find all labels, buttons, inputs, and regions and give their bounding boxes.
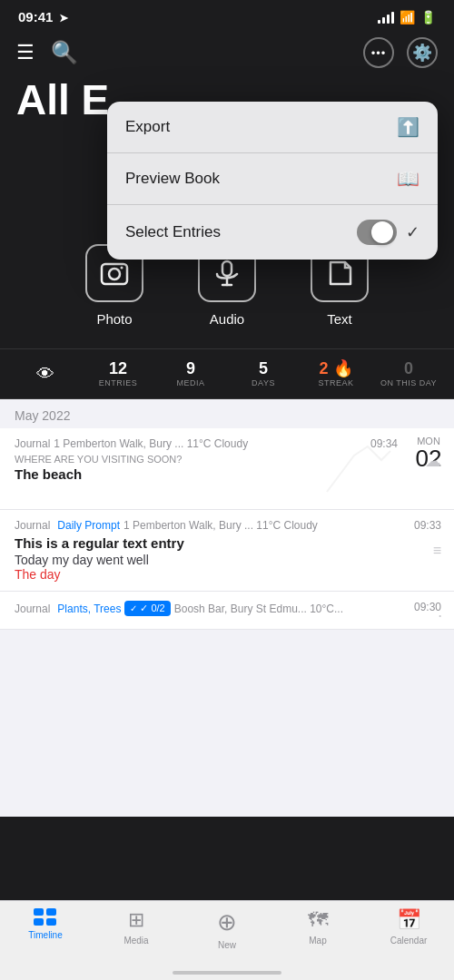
stat-view[interactable]: 👁 bbox=[9, 364, 82, 385]
stat-media: 9 MEDIA bbox=[154, 360, 227, 387]
tab-calendar[interactable]: 📅 Calendar bbox=[363, 908, 454, 946]
preview-book-label: Preview Book bbox=[125, 170, 220, 188]
toggle-knob bbox=[371, 221, 393, 243]
wifi-icon: 📶 bbox=[400, 10, 415, 24]
stat-onthisday: 0 ON THIS DAY bbox=[372, 360, 445, 387]
streak-value: 2 🔥 bbox=[319, 360, 352, 377]
entry-journal-label-2: Journal bbox=[15, 519, 50, 532]
month-header: May 2022 bbox=[0, 399, 454, 428]
tab-map-label: Map bbox=[309, 936, 326, 946]
entry-time-1: 09:34 bbox=[370, 437, 398, 450]
entry-title-1: The beach bbox=[15, 466, 390, 482]
svg-point-2 bbox=[121, 267, 123, 270]
entry-cloud-icon-1: ☁ bbox=[425, 451, 441, 471]
book-icon: 📖 bbox=[397, 168, 419, 190]
days-value: 5 bbox=[259, 360, 268, 377]
stat-streak: 2 🔥 STREAK bbox=[300, 360, 372, 387]
entry-location-3: Boosh Bar, Bury St Edmu... 10°C... bbox=[174, 603, 343, 615]
media-icon: ⊞ bbox=[128, 908, 144, 932]
tab-map[interactable]: 🗺 Map bbox=[272, 908, 363, 946]
check-icon: ✓ bbox=[130, 603, 137, 613]
select-entries-label: Select Entries bbox=[125, 223, 221, 241]
status-icons: 📶 🔋 bbox=[378, 10, 436, 24]
entry-lines-icon-2: ≡ bbox=[433, 543, 441, 559]
entry-location-1: 1 Pemberton Walk, Bury ... 11°C Cloudy bbox=[54, 437, 248, 450]
status-time: 09:41 ➤ bbox=[18, 9, 68, 24]
timeline-icon bbox=[34, 908, 57, 926]
text-label: Text bbox=[327, 311, 352, 327]
home-indicator bbox=[173, 971, 281, 975]
entry-meta-3: Journal Plants, Trees ✓ ✓ 0/2 Boosh Bar,… bbox=[15, 601, 381, 616]
media-value: 9 bbox=[186, 360, 195, 377]
flame-icon: 🔥 bbox=[333, 359, 353, 377]
entry-group-1: MON 02 Journal 1 Pemberton Walk, Bury ..… bbox=[0, 428, 454, 510]
export-icon: ⬆️ bbox=[397, 116, 419, 138]
svg-rect-0 bbox=[102, 264, 127, 284]
entry-checklist-badge-3: ✓ ✓ 0/2 bbox=[124, 601, 170, 616]
svg-point-1 bbox=[109, 269, 120, 279]
entry-title-2: This is a regular text entry bbox=[15, 535, 418, 551]
export-label: Export bbox=[125, 118, 170, 136]
gear-icon: ⚙️ bbox=[412, 43, 432, 63]
entry-journal-name-2: Daily Prompt bbox=[57, 519, 120, 532]
stat-entries: 12 ENTRIES bbox=[82, 360, 154, 387]
location-arrow-icon: ➤ bbox=[59, 12, 68, 24]
nav-left: ☰ 🔍 bbox=[16, 42, 78, 64]
onthisday-value: 0 bbox=[404, 360, 413, 377]
settings-button[interactable]: ⚙️ bbox=[407, 37, 438, 68]
map-icon: 🗺 bbox=[308, 908, 328, 932]
entries-label: ENTRIES bbox=[99, 378, 138, 387]
status-bar: 09:41 ➤ 📶 🔋 bbox=[0, 0, 454, 30]
entry-dot-icon-3: • bbox=[439, 612, 441, 620]
dots-icon: ••• bbox=[371, 46, 387, 60]
entry-location-2: 1 Pemberton Walk, Bury ... 11°C Cloudy bbox=[123, 519, 318, 532]
entry-journal-label-3: Journal bbox=[15, 603, 50, 615]
nav-right: ••• ⚙️ bbox=[363, 37, 438, 68]
entry-meta-2: Journal Daily Prompt 1 Pemberton Walk, B… bbox=[15, 519, 418, 532]
tab-media[interactable]: ⊞ Media bbox=[91, 908, 182, 946]
tab-timeline[interactable]: Timeline bbox=[0, 908, 91, 940]
entry-time-3: 09:30 bbox=[414, 601, 441, 613]
top-nav: ☰ 🔍 ••• ⚙️ bbox=[0, 30, 454, 79]
entry-time-2: 09:33 bbox=[414, 519, 441, 532]
checkmark-icon: ✓ bbox=[406, 222, 419, 242]
stat-days: 5 DAYS bbox=[227, 360, 300, 387]
audio-label: Audio bbox=[210, 311, 244, 327]
calendar-icon: 📅 bbox=[397, 908, 421, 932]
new-icon: ⊕ bbox=[217, 908, 237, 936]
tab-new[interactable]: ⊕ New bbox=[182, 908, 272, 950]
export-menu-item[interactable]: Export ⬆️ bbox=[107, 102, 438, 153]
tab-bar: Timeline ⊞ Media ⊕ New 🗺 Map 📅 Calendar bbox=[0, 900, 454, 980]
menu-icon[interactable]: ☰ bbox=[16, 43, 35, 63]
entry-meta-1: Journal 1 Pemberton Walk, Bury ... 11°C … bbox=[15, 437, 390, 450]
select-entries-toggle[interactable] bbox=[357, 220, 397, 245]
media-label: MEDIA bbox=[176, 378, 204, 387]
entry-group-2: Journal Daily Prompt 1 Pemberton Walk, B… bbox=[0, 510, 454, 592]
days-label: DAYS bbox=[252, 378, 275, 387]
stats-bar: 👁 12 ENTRIES 9 MEDIA 5 DAYS 2 🔥 STREAK 0… bbox=[0, 348, 454, 399]
entry-item-1[interactable]: Journal 1 Pemberton Walk, Bury ... 11°C … bbox=[0, 428, 454, 493]
battery-icon: 🔋 bbox=[420, 10, 436, 24]
svg-rect-3 bbox=[222, 261, 232, 276]
streak-label: STREAK bbox=[318, 378, 353, 387]
tab-calendar-label: Calendar bbox=[390, 936, 428, 946]
entry-group-3: Journal Plants, Trees ✓ ✓ 0/2 Boosh Bar,… bbox=[0, 592, 454, 630]
entry-item-3[interactable]: Journal Plants, Trees ✓ ✓ 0/2 Boosh Bar,… bbox=[0, 592, 454, 629]
photo-label: Photo bbox=[96, 311, 132, 327]
entry-preview-2: Today my day went well bbox=[15, 553, 418, 567]
entries-value: 12 bbox=[109, 360, 127, 377]
entry-journal-label-1: Journal bbox=[15, 437, 50, 450]
entry-item-2[interactable]: Journal Daily Prompt 1 Pemberton Walk, B… bbox=[0, 510, 454, 591]
onthisday-label: ON THIS DAY bbox=[380, 378, 437, 387]
tab-new-label: New bbox=[218, 940, 236, 950]
entry-highlight-2: The day bbox=[15, 567, 418, 582]
preview-book-menu-item[interactable]: Preview Book 📖 bbox=[107, 153, 438, 205]
select-entries-controls: ✓ bbox=[357, 220, 419, 245]
eye-icon: 👁 bbox=[36, 364, 54, 385]
entry-preview-prompt-1: WHERE ARE YOU VISITING SOON? bbox=[15, 454, 390, 465]
select-entries-menu-item[interactable]: Select Entries ✓ bbox=[107, 205, 438, 260]
entry-journal-name-3: Plants, Trees bbox=[57, 603, 121, 615]
search-icon[interactable]: 🔍 bbox=[51, 42, 78, 64]
dropdown-menu: Export ⬆️ Preview Book 📖 Select Entries … bbox=[107, 102, 438, 260]
more-options-button[interactable]: ••• bbox=[363, 37, 394, 68]
